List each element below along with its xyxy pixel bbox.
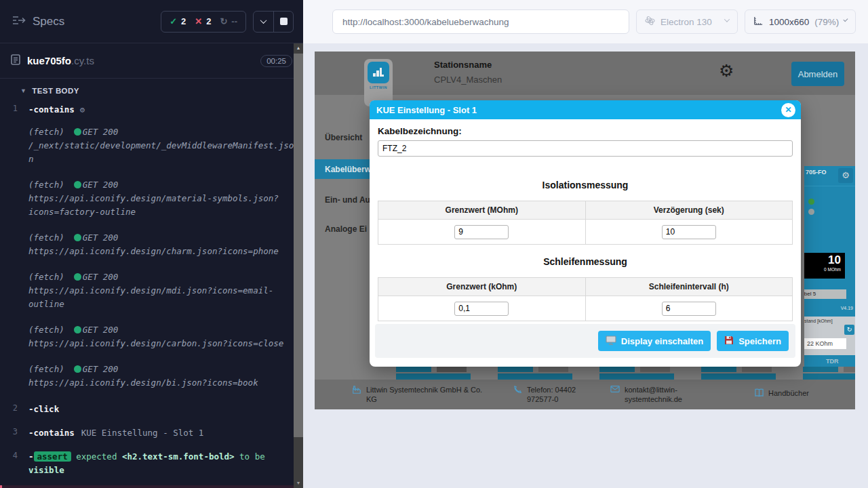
- factory-icon: [352, 385, 362, 405]
- app-footer: Littwin Systemtechnik GmbH & Co. KG Tele…: [315, 380, 855, 409]
- chevron-down-icon: [724, 16, 730, 22]
- command-row-contains-3[interactable]: 3 -containsKUE Einstellung - Slot 1: [0, 424, 303, 443]
- tdr-tab[interactable]: TDR: [826, 358, 839, 365]
- fetch-row[interactable]: (fetch)GET 200 https://api.iconify.desig…: [0, 264, 303, 317]
- fetch-url: /_next/static/development/_devMiddleware…: [28, 139, 296, 166]
- station-label: Stationsname: [434, 60, 492, 70]
- save-button[interactable]: Speichern: [717, 331, 789, 351]
- fetch-row[interactable]: (fetch)GET 200 /_next/static/development…: [0, 119, 303, 172]
- command-row-contains-1[interactable]: 1 -contains⚙: [0, 100, 303, 119]
- app-header: [315, 52, 855, 95]
- spec-name: kue705fo.cy.ts: [27, 55, 94, 66]
- electron-icon: [645, 16, 655, 28]
- aut-toolbar: Electron 130 1000x660 (79%): [303, 0, 868, 43]
- monitor-icon: [606, 336, 616, 347]
- kue-settings-modal: KUE Einstellung - Slot 1 ✕ Kabelbezeichn…: [370, 100, 801, 367]
- test-body-label: TEST BODY: [32, 87, 79, 95]
- chevron-down-icon: [844, 17, 848, 22]
- measurement-display: 10 0 MOhm: [804, 253, 845, 279]
- fetch-url: https://api.iconify.design/carbon.json?i…: [28, 337, 296, 350]
- app-under-test: LITTWIN Stationsname CPLV4_Maschen ⚙ Abm…: [315, 52, 855, 409]
- grenzwert-kohm-input[interactable]: [454, 302, 509, 316]
- test-stats: ✓2 ✕2 ↻--: [161, 11, 246, 33]
- schleifenintervall-input[interactable]: [662, 302, 716, 316]
- slot-card-fragment: [701, 367, 776, 380]
- green-status-dot: [808, 199, 814, 205]
- browser-select[interactable]: Electron 130: [636, 9, 738, 34]
- cable-name-label: Kabel 5: [804, 289, 846, 299]
- cable-name-label: Kabelbezeichnung:: [378, 126, 793, 136]
- slot-card-title: 705-FO: [806, 169, 827, 176]
- specs-list-icon: [12, 15, 26, 28]
- stat-pending: ↻--: [220, 16, 237, 26]
- col-grenzwert-mohm: Grenzwert (MOhm): [378, 201, 586, 220]
- fetch-row[interactable]: (fetch)GET 200 https://api.iconify.desig…: [0, 172, 303, 225]
- stop-icon: [280, 18, 288, 25]
- spec-duration: 00:25: [260, 55, 292, 67]
- display-on-button[interactable]: Display einschalten: [598, 331, 711, 351]
- footer-manuals[interactable]: Handbücher: [754, 388, 809, 399]
- modal-footer: Display einschalten Speichern: [375, 324, 795, 358]
- command-row-click[interactable]: 2 -click: [0, 400, 303, 419]
- url-bar[interactable]: [332, 9, 629, 34]
- fetch-row[interactable]: (fetch)GET 200 https://api.iconify.desig…: [0, 225, 303, 264]
- fetch-url: https://api.iconify.design/mdi.json?icon…: [28, 284, 296, 311]
- stop-button[interactable]: [273, 12, 293, 32]
- collapse-button[interactable]: [254, 12, 273, 32]
- status-dot-icon: [74, 365, 81, 373]
- book-icon: [754, 388, 764, 399]
- scroll-up-icon[interactable]: ▲: [294, 43, 303, 53]
- modal-titlebar: KUE Einstellung - Slot 1 ✕: [370, 100, 801, 119]
- viewport-select[interactable]: 1000x660 (79%): [745, 9, 856, 34]
- reporter-scrollbar[interactable]: ▲ ▼: [294, 43, 303, 488]
- logo-icon: [368, 62, 389, 83]
- slot-card-fragment: [498, 367, 572, 380]
- run-controls: [253, 11, 294, 33]
- reporter-header: Specs ✓2 ✕2 ↻--: [0, 0, 303, 43]
- stat-failed: ✕2: [195, 16, 211, 26]
- specs-toggle[interactable]: Specs: [12, 15, 64, 28]
- schleifen-section-title: Schleifenmessung: [378, 256, 793, 267]
- command-row-failed[interactable]: 5 -contains ✕ 0: [0, 485, 303, 488]
- scroll-down-icon[interactable]: ▼: [294, 479, 303, 488]
- station-value: CPLV4_Maschen: [434, 75, 502, 85]
- col-verzoegerung: Verzögerung (sek): [585, 201, 793, 220]
- footer-phone[interactable]: Telefon: 04402 972577-0: [513, 385, 597, 405]
- refresh-icon[interactable]: ↻: [844, 325, 854, 335]
- close-icon[interactable]: ✕: [781, 103, 795, 117]
- chevron-down-icon: [260, 17, 267, 24]
- cable-name-input[interactable]: [378, 140, 793, 157]
- gear-icon: ⚙: [80, 105, 85, 115]
- gray-status-dot: [808, 209, 814, 215]
- logout-button[interactable]: Abmelden: [791, 62, 844, 86]
- cypress-reporter: Specs ✓2 ✕2 ↻-- kue705fo.cy.ts 00:25 ▼ T…: [0, 0, 303, 488]
- status-dot-icon: [74, 234, 81, 241]
- gear-icon[interactable]: ⚙: [838, 168, 853, 183]
- test-body-toggle[interactable]: ▼ TEST BODY: [0, 79, 303, 100]
- x-icon: ✕: [195, 16, 202, 26]
- col-grenzwert-kohm: Grenzwert (kOhm): [378, 278, 586, 296]
- status-dot-icon: [74, 128, 81, 136]
- settings-gear-icon[interactable]: ⚙: [719, 61, 734, 81]
- assert-badge: assert: [34, 451, 71, 462]
- slot-card-fragment: [803, 367, 855, 380]
- status-dot-icon: [74, 273, 81, 281]
- slot-card-fragment: [396, 367, 471, 380]
- spec-row[interactable]: kue705fo.cy.ts 00:25: [0, 43, 303, 79]
- fetch-row[interactable]: (fetch)GET 200 https://api.iconify.desig…: [0, 317, 303, 357]
- envelope-icon: [610, 385, 620, 405]
- stat-passed: ✓2: [170, 16, 186, 26]
- footer-email[interactable]: kontakt@littwin-systemtechnik.de: [610, 385, 709, 405]
- chevron-down-icon: ▼: [20, 87, 26, 94]
- isolation-section-title: Isolationsmessung: [378, 180, 793, 190]
- loop-value: 22 KOhm: [804, 338, 846, 349]
- fetch-url: https://api.iconify.design/bi.json?icons…: [28, 376, 296, 390]
- fetch-row[interactable]: (fetch)GET 200 https://api.iconify.desig…: [0, 357, 303, 396]
- command-row-assert[interactable]: 4 -assert expected <h2.text-sm.font-bold…: [0, 447, 303, 480]
- phone-icon: [513, 385, 523, 405]
- modal-title: KUE Einstellung - Slot 1: [376, 105, 477, 115]
- grenzwert-mohm-input[interactable]: [454, 225, 509, 239]
- verzoegerung-input[interactable]: [662, 225, 716, 239]
- fetch-url: https://api.iconify.design/material-symb…: [28, 192, 296, 219]
- scrollbar-thumb[interactable]: [294, 54, 303, 437]
